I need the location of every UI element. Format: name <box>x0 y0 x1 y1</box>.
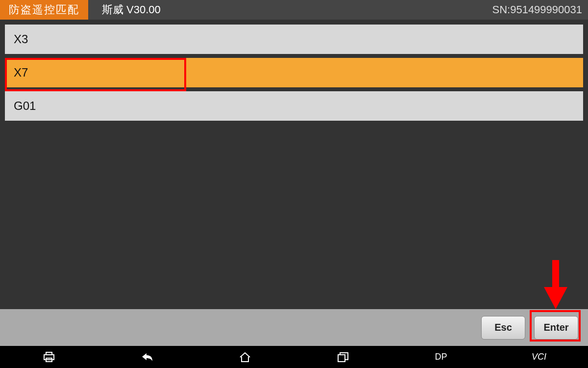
model-list: X3 X7 G01 <box>5 25 583 121</box>
brand-version: 斯威 V30.00 <box>88 2 161 17</box>
list-item[interactable]: G01 <box>5 91 583 121</box>
nav-home[interactable] <box>196 352 294 363</box>
nav-recent[interactable] <box>294 352 392 363</box>
nav-vci[interactable]: VCI <box>490 352 588 362</box>
back-icon <box>141 352 153 363</box>
list-item[interactable]: X7 <box>5 58 583 87</box>
list-item-label: X3 <box>14 32 28 46</box>
nav-dp[interactable]: DP <box>392 352 490 362</box>
nav-bar: DP VCI <box>0 346 588 368</box>
vci-label: VCI <box>532 352 546 362</box>
home-icon <box>239 352 251 363</box>
section-title: 防盗遥控匹配 <box>0 0 88 20</box>
dp-label: DP <box>435 352 447 362</box>
recent-apps-icon <box>337 352 349 363</box>
printer-icon <box>43 352 55 363</box>
esc-button[interactable]: Esc <box>481 316 525 340</box>
serial-number: SN:951499990031 <box>492 3 588 16</box>
list-item-label: G01 <box>14 99 36 113</box>
app-screen: 防盗遥控匹配 斯威 V30.00 SN:951499990031 X3 X7 G… <box>0 0 588 368</box>
enter-button[interactable]: Enter <box>534 316 578 340</box>
button-bar: Esc Enter <box>0 309 588 346</box>
top-bar: 防盗遥控匹配 斯威 V30.00 SN:951499990031 <box>0 0 588 20</box>
list-item[interactable]: X3 <box>5 25 583 54</box>
list-item-label: X7 <box>14 66 28 79</box>
main-body: X3 X7 G01 <box>0 20 588 309</box>
nav-print[interactable] <box>0 352 98 363</box>
nav-back[interactable] <box>98 352 196 363</box>
svg-rect-3 <box>338 355 345 362</box>
